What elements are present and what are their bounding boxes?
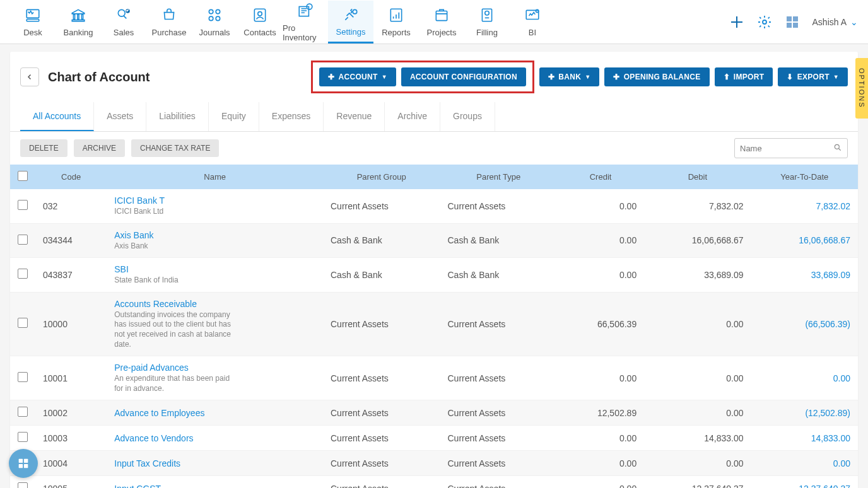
col-name[interactable]: Name [107,165,323,189]
cell-ytd[interactable]: 0.00 [751,356,858,400]
account-link[interactable]: Accounts Receivable [114,299,315,309]
chevron-down-icon: ▼ [382,74,387,80]
row-checkbox[interactable] [18,200,28,210]
top-navigation: Desk Banking Sales Purchase Journals Con… [0,0,868,44]
col-ytd[interactable]: Year-To-Date [751,165,858,189]
nav-desk[interactable]: Desk [10,1,56,44]
row-checkbox[interactable] [18,269,28,279]
bank-button[interactable]: ✚ BANK ▼ [539,67,599,86]
col-code[interactable]: Code [35,165,107,189]
col-parent-type[interactable]: Parent Type [440,165,557,189]
cell-ytd[interactable]: 33,689.09 [751,258,858,293]
account-link[interactable]: Advance to Employees [114,408,315,418]
col-credit[interactable]: Credit [557,165,644,189]
svg-rect-29 [19,459,23,463]
nav-reports[interactable]: Reports [373,1,419,44]
tab-archive[interactable]: Archive [385,102,440,131]
account-link[interactable]: Axis Bank [114,230,315,240]
nav-contacts[interactable]: Contacts [237,1,283,44]
cell-debit: 7,832.02 [644,189,751,223]
reports-icon [387,6,405,24]
tab-expenses[interactable]: Expenses [259,102,324,131]
options-tab[interactable]: OPTIONS [855,58,868,119]
account-config-button[interactable]: ACCOUNT CONFIGURATION [401,67,526,86]
select-all-checkbox[interactable] [18,171,28,181]
row-checkbox[interactable] [18,372,28,382]
nav-filling[interactable]: Filling [464,1,510,44]
user-menu[interactable]: Ashish A ⌄ [812,17,858,27]
svg-rect-12 [254,9,265,21]
account-link[interactable]: Advance to Vendors [114,433,315,443]
cell-code: 034344 [35,223,107,258]
tab-assets[interactable]: Assets [94,102,146,131]
cell-parent-group: Current Assets [323,292,440,356]
row-checkbox[interactable] [18,235,28,245]
delete-button[interactable]: DELETE [20,139,67,157]
nav-journals[interactable]: Journals [192,1,237,44]
cell-parent-type: Cash & Bank [440,223,557,258]
sales-icon [115,6,132,24]
col-debit[interactable]: Debit [644,165,751,189]
account-link[interactable]: Input Tax Credits [114,458,315,468]
cell-parent-type: Cash & Bank [440,258,557,293]
search-input[interactable] [740,144,833,153]
table-row: 034344Axis BankAxis BankCash & BankCash … [10,223,858,258]
cell-debit: 0.00 [644,451,751,476]
svg-rect-27 [793,23,798,28]
opening-balance-button[interactable]: ✚ OPENING BALANCE [604,67,709,86]
tab-equity[interactable]: Equity [209,102,259,131]
nav-banking[interactable]: Banking [56,1,101,44]
row-checkbox[interactable] [18,407,28,417]
cell-credit: 0.00 [557,223,644,258]
cell-credit: 12,502.89 [557,400,644,426]
cell-ytd[interactable]: 0.00 [751,451,858,476]
tab-all-accounts[interactable]: All Accounts [20,102,94,131]
btn-label: ACCOUNT [339,73,378,81]
svg-point-13 [258,12,262,16]
nav-purchase[interactable]: Purchase [146,1,192,44]
nav-pro-inventory[interactable]: Pro Inventory [283,1,328,44]
import-button[interactable]: ⬆ IMPORT [715,67,773,86]
back-button[interactable] [20,67,39,86]
nav-settings[interactable]: Settings [328,1,373,44]
export-button[interactable]: ⬇ EXPORT ▼ [778,67,848,86]
account-button[interactable]: ✚ ACCOUNT ▼ [319,67,396,86]
row-checkbox[interactable] [18,318,28,328]
account-link[interactable]: ICICI Bank T [114,195,315,206]
tab-revenue[interactable]: Revenue [324,102,385,131]
cell-ytd[interactable]: 14,833.00 [751,426,858,451]
row-checkbox[interactable] [18,482,28,488]
account-link[interactable]: Pre-paid Advances [114,363,315,373]
nav-bi[interactable]: BI [510,1,555,44]
cell-debit: 33,689.09 [644,258,751,293]
nav-label: Sales [114,28,134,37]
cell-parent-group: Current Assets [323,189,440,223]
archive-button[interactable]: ARCHIVE [74,139,125,157]
add-icon[interactable] [729,15,744,30]
account-link[interactable]: Input CGST [114,484,315,488]
cell-parent-group: Current Assets [323,400,440,426]
cell-ytd[interactable]: (12,502.89) [751,400,858,426]
cell-ytd[interactable]: (66,506.39) [751,292,858,356]
cell-credit: 0.00 [557,258,644,293]
nav-sales[interactable]: Sales [101,1,146,44]
tab-groups[interactable]: Groups [440,102,495,131]
apps-fab[interactable] [9,449,38,478]
account-link[interactable]: SBI [114,264,315,274]
cell-ytd[interactable]: 7,832.02 [751,189,858,223]
apps-icon[interactable] [785,15,800,30]
account-desc: ICICI Bank Ltd [114,207,234,217]
toolbar: DELETE ARCHIVE CHANGE TAX RATE [10,132,858,165]
cell-ytd[interactable]: 12,37,640.37 [751,476,858,488]
change-tax-button[interactable]: CHANGE TAX RATE [131,139,219,157]
nav-projects[interactable]: Projects [419,1,464,44]
col-parent-group[interactable]: Parent Group [323,165,440,189]
row-checkbox[interactable] [18,432,28,442]
tab-liabilities[interactable]: Liabilities [146,102,209,131]
nav-label: Journals [199,28,230,37]
cell-name: ICICI Bank TICICI Bank Ltd [107,189,323,223]
cell-code: 10001 [35,356,107,400]
gear-icon[interactable] [757,15,772,30]
cell-ytd[interactable]: 16,06,668.67 [751,223,858,258]
search-icon[interactable] [833,143,842,154]
